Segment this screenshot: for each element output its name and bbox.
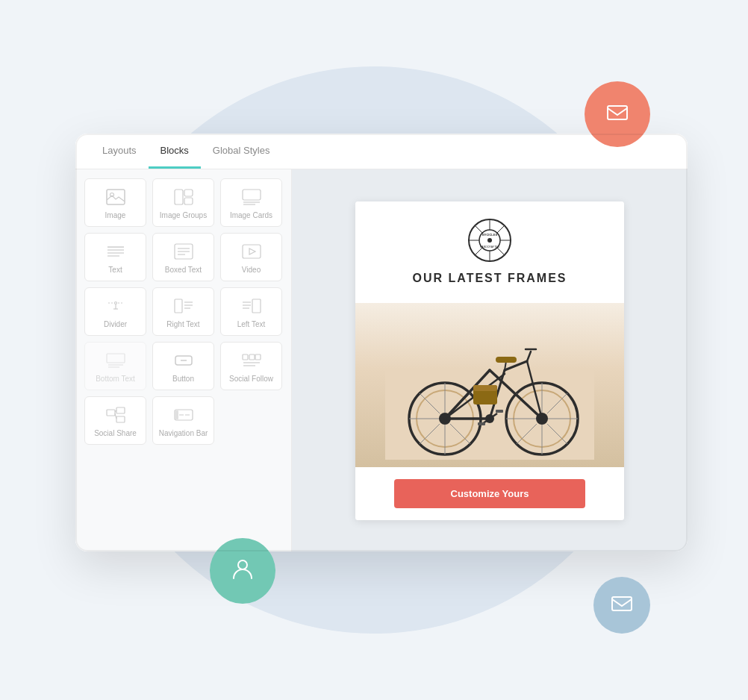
block-image-groups[interactable]: Image Groups — [152, 178, 214, 227]
block-boxed-text-label: Boxed Text — [165, 266, 202, 275]
email-bike-image — [355, 303, 624, 467]
left-text-block-icon — [238, 296, 265, 316]
bike-illustration — [385, 310, 594, 460]
block-text-label: Text — [108, 266, 122, 275]
block-social-follow[interactable]: Social Follow — [220, 342, 282, 390]
block-divider[interactable]: Divider — [84, 287, 146, 336]
email-header: BYCICLES HANDCRAFTED OUR LATEST FRAMES — [355, 201, 624, 303]
svg-rect-4 — [184, 198, 193, 204]
svg-marker-17 — [249, 249, 255, 254]
svg-point-104 — [238, 560, 247, 569]
block-button-label: Button — [172, 375, 194, 384]
tab-blocks[interactable]: Blocks — [149, 134, 201, 169]
scene: Layouts Blocks Global Styles — [38, 44, 710, 656]
text-block-icon — [102, 241, 129, 262]
button-block-icon — [170, 350, 197, 371]
navigation-bar-block-icon — [170, 404, 197, 425]
svg-rect-5 — [243, 190, 261, 200]
svg-rect-16 — [243, 245, 261, 258]
block-image[interactable]: Image — [84, 178, 146, 227]
svg-point-52 — [487, 238, 492, 243]
svg-rect-2 — [175, 190, 183, 204]
svg-line-58 — [497, 248, 505, 255]
svg-rect-31 — [107, 354, 125, 363]
social-share-block-icon — [102, 404, 129, 425]
bottom-text-block-icon — [102, 350, 129, 371]
svg-rect-36 — [243, 354, 248, 360]
boxed-text-block-icon — [170, 241, 197, 262]
svg-text:HANDCRAFTED: HANDCRAFTED — [480, 246, 500, 249]
tab-layouts[interactable]: Layouts — [90, 134, 149, 169]
svg-rect-102 — [496, 410, 503, 413]
block-image-label: Image — [105, 211, 126, 220]
svg-line-59 — [497, 225, 505, 233]
image-cards-block-icon — [238, 187, 265, 207]
block-social-share[interactable]: Social Share — [84, 396, 146, 445]
block-right-text-label: Right Text — [166, 320, 199, 329]
device-window: Layouts Blocks Global Styles — [75, 134, 688, 551]
block-image-cards-label: Image Cards — [230, 211, 272, 220]
tab-global-styles[interactable]: Global Styles — [201, 134, 282, 169]
svg-line-45 — [115, 413, 116, 419]
block-image-groups-label: Image Groups — [160, 211, 207, 220]
block-social-share-label: Social Share — [94, 429, 137, 438]
svg-line-60 — [475, 248, 482, 255]
blocks-grid: Image Image Groups — [84, 178, 282, 445]
email-cta-button[interactable]: Customize Yours — [394, 479, 585, 508]
svg-text:BYCICLES: BYCICLES — [482, 233, 498, 237]
image-groups-block-icon — [170, 187, 197, 207]
email-cta-section: Customize Yours — [355, 467, 624, 520]
block-divider-label: Divider — [104, 320, 127, 329]
svg-rect-103 — [608, 106, 627, 119]
block-navigation-bar-label: Navigation Bar — [159, 429, 208, 438]
float-circle-person[interactable] — [210, 538, 275, 604]
email-headline: OUR LATEST FRAMES — [412, 272, 567, 285]
block-bottom-text-label: Bottom Text — [96, 375, 135, 384]
mail-icon-top — [605, 101, 629, 128]
block-text[interactable]: Text — [84, 233, 146, 281]
block-button[interactable]: Button — [152, 342, 214, 390]
block-video[interactable]: Video — [220, 233, 282, 281]
block-bottom-text[interactable]: Bottom Text — [84, 342, 146, 390]
divider-block-icon — [102, 296, 129, 316]
blocks-sidebar: Image Image Groups — [75, 169, 292, 551]
block-right-text[interactable]: Right Text — [152, 287, 214, 336]
svg-line-93 — [527, 351, 531, 361]
svg-point-19 — [114, 302, 116, 304]
svg-rect-105 — [612, 597, 632, 610]
email-preview-area: BYCICLES HANDCRAFTED OUR LATEST FRAMES — [292, 169, 688, 551]
email-preview: BYCICLES HANDCRAFTED OUR LATEST FRAMES — [355, 201, 624, 520]
image-block-icon — [102, 187, 129, 207]
social-follow-block-icon — [238, 350, 265, 371]
block-video-label: Video — [242, 266, 261, 275]
svg-rect-38 — [255, 354, 261, 360]
mail-icon-bottom — [610, 592, 634, 619]
svg-rect-37 — [249, 354, 255, 360]
right-text-block-icon — [170, 296, 197, 316]
float-circle-mail-bottom[interactable] — [593, 577, 650, 634]
svg-rect-49 — [175, 410, 178, 419]
brand-logo-icon: BYCICLES HANDCRAFTED — [466, 216, 514, 264]
block-left-text-label: Left Text — [237, 320, 266, 329]
svg-rect-96 — [496, 357, 517, 363]
block-left-text[interactable]: Left Text — [220, 287, 282, 336]
svg-rect-101 — [478, 422, 485, 425]
svg-rect-23 — [175, 299, 182, 313]
svg-line-57 — [475, 225, 482, 233]
svg-rect-43 — [116, 416, 125, 422]
person-icon — [231, 557, 255, 584]
float-circle-mail-top[interactable] — [585, 81, 650, 147]
svg-rect-41 — [107, 410, 115, 416]
block-image-cards[interactable]: Image Cards — [220, 178, 282, 227]
svg-rect-3 — [184, 190, 193, 196]
svg-rect-30 — [252, 299, 261, 313]
block-navigation-bar[interactable]: Navigation Bar — [152, 396, 214, 445]
block-social-follow-label: Social Follow — [229, 375, 273, 384]
svg-rect-98 — [473, 385, 497, 391]
block-boxed-text[interactable]: Boxed Text — [152, 233, 214, 281]
svg-rect-0 — [107, 190, 125, 204]
svg-rect-42 — [116, 407, 125, 413]
content-area: Image Image Groups — [75, 169, 688, 551]
video-block-icon — [238, 241, 265, 262]
